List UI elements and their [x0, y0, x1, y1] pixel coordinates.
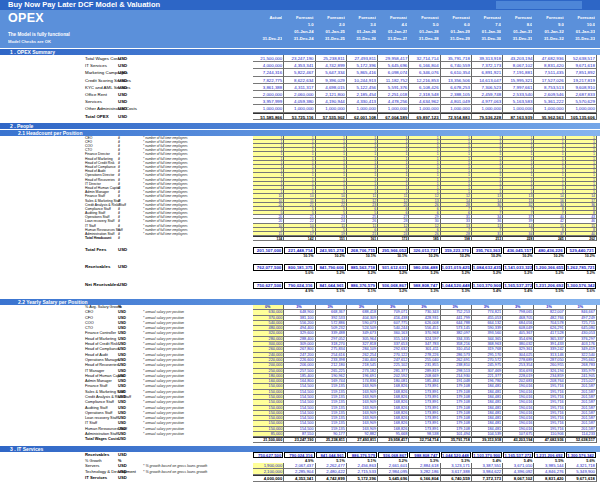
cell[interactable]: 1,000,000: [347, 105, 378, 112]
cell[interactable]: 21,500,000: [253, 55, 284, 62]
cell[interactable]: 1,084,632,435: [472, 264, 502, 271]
cell[interactable]: 4,353,341: [284, 62, 315, 69]
cell[interactable]: 142: [284, 236, 315, 241]
cell[interactable]: 243,951,274: [316, 247, 346, 254]
cell[interactable]: 800,181,375: [284, 264, 314, 271]
cell[interactable]: 980,056,488: [409, 264, 439, 271]
cell[interactable]: 185: [409, 236, 440, 241]
cell[interactable]: 69,897,123: [409, 113, 440, 120]
cell[interactable]: 8,831,420: [534, 475, 565, 481]
cell[interactable]: 5,172,396: [347, 475, 378, 481]
cell[interactable]: 2,459,748: [472, 91, 503, 98]
cell[interactable]: 885,563,718: [347, 264, 377, 271]
cell[interactable]: 1,000,000: [378, 105, 409, 112]
cell[interactable]: 6,108,426: [409, 84, 440, 91]
cell[interactable]: 62,001,108: [347, 113, 378, 120]
cell[interactable]: 1,000,000: [566, 105, 597, 112]
cell[interactable]: 25,238,811: [316, 55, 347, 62]
cell[interactable]: 1,141,033,322: [503, 264, 533, 271]
cell[interactable]: 43,203,194: [503, 437, 534, 443]
cell[interactable]: 2,609,546: [534, 91, 565, 98]
cell[interactable]: 9,608,910: [566, 84, 597, 91]
cell[interactable]: 750,627,500: [253, 282, 283, 289]
cell[interactable]: 12,216,853: [409, 77, 440, 84]
cell[interactable]: 4,634,962: [409, 98, 440, 105]
cell[interactable]: 228: [503, 236, 534, 241]
cell[interactable]: 43,203,194: [503, 55, 534, 62]
cell[interactable]: 4,742,899: [316, 62, 347, 69]
cell[interactable]: 8,831,420: [534, 62, 565, 69]
cell[interactable]: 1,000,000: [534, 105, 565, 112]
cell[interactable]: 67,004,589: [378, 113, 409, 120]
cell[interactable]: 2,533,540: [503, 91, 534, 98]
cell[interactable]: 6,740,559: [441, 475, 472, 481]
cell[interactable]: 6,678,253: [441, 84, 472, 91]
cell[interactable]: 161: [347, 236, 378, 241]
cell[interactable]: 1,000,000: [316, 105, 347, 112]
cell[interactable]: 1,103,370,900: [472, 282, 502, 289]
cell[interactable]: 5,163,583: [503, 98, 534, 105]
cell[interactable]: 151: [316, 236, 347, 241]
cell[interactable]: 4,742,899: [316, 475, 347, 481]
cell[interactable]: 53,725,116: [284, 113, 315, 120]
cell[interactable]: 2,185,454: [347, 91, 378, 98]
cell[interactable]: 13,356,506: [441, 77, 472, 84]
cell[interactable]: 4,353,341: [284, 475, 315, 481]
cell[interactable]: 105,135,606: [566, 113, 597, 120]
cell[interactable]: 529,440,721: [566, 247, 596, 254]
cell[interactable]: 7,244,316: [253, 69, 284, 76]
cell[interactable]: 841,044,961: [316, 282, 346, 289]
cell[interactable]: 134: [253, 236, 284, 241]
cell[interactable]: 4,801,049: [441, 98, 472, 105]
cell[interactable]: 221,448,714: [284, 247, 314, 254]
cell[interactable]: 5,645,696: [378, 475, 409, 481]
cell[interactable]: 245: [534, 236, 565, 241]
cell[interactable]: 173: [378, 236, 409, 241]
cell[interactable]: 2,000,000: [253, 91, 284, 98]
cell[interactable]: 23,247,190: [284, 55, 315, 62]
cell[interactable]: 326,013,737: [409, 247, 439, 254]
cell[interactable]: 2,060,000: [284, 91, 315, 98]
cell[interactable]: 5,645,696: [378, 62, 409, 69]
cell[interactable]: 5,361,222: [534, 98, 565, 105]
cell[interactable]: 1,300,576,342: [566, 282, 596, 289]
cell[interactable]: 52,638,517: [566, 55, 597, 62]
cell[interactable]: 4,311,317: [284, 84, 315, 91]
cell[interactable]: 47,682,936: [534, 55, 565, 62]
cell[interactable]: 35,791,718: [441, 437, 472, 443]
cell[interactable]: 57,535,902: [316, 113, 347, 120]
cell[interactable]: 7,372,173: [472, 62, 503, 69]
cell[interactable]: 4,059,380: [284, 98, 315, 105]
cell[interactable]: 2,121,800: [316, 91, 347, 98]
cell[interactable]: 1,031,019,425: [441, 264, 471, 271]
cell[interactable]: 359,223,370: [441, 247, 471, 254]
cell[interactable]: 5,647,334: [316, 69, 347, 76]
cell[interactable]: 6,891,921: [472, 69, 503, 76]
cell[interactable]: 886,376,579: [347, 282, 377, 289]
cell[interactable]: 4,190,944: [316, 98, 347, 105]
cell[interactable]: 8,753,513: [534, 84, 565, 91]
cell[interactable]: 1,000,000: [284, 105, 315, 112]
cell[interactable]: 5,122,456: [347, 84, 378, 91]
cell[interactable]: 9,671,618: [566, 62, 597, 69]
cell[interactable]: 95,962,563: [534, 113, 565, 120]
cell[interactable]: 4,698,015: [316, 84, 347, 91]
cell[interactable]: 7,822,775: [253, 77, 284, 84]
cell[interactable]: 262: [566, 236, 597, 241]
cell[interactable]: 72,914,883: [441, 113, 472, 120]
cell[interactable]: 7,191,881: [503, 69, 534, 76]
cell[interactable]: 395,763,363: [472, 247, 502, 254]
cell[interactable]: 6,346,076: [409, 69, 440, 76]
cell[interactable]: 1,200,366,655: [534, 264, 564, 271]
cell[interactable]: 10,244,913: [347, 77, 378, 84]
cell[interactable]: 3,861,388: [253, 84, 284, 91]
cell[interactable]: 295,966,052: [378, 247, 408, 254]
cell[interactable]: 1,262,785,721: [566, 264, 596, 271]
cell[interactable]: 1,000,000: [253, 105, 284, 112]
cell[interactable]: 931,612,631: [378, 264, 408, 271]
cell[interactable]: 25,238,811: [316, 437, 347, 443]
cell[interactable]: 14,613,047: [472, 77, 503, 84]
cell[interactable]: 198: [441, 236, 472, 241]
cell[interactable]: 4,977,063: [472, 98, 503, 105]
cell[interactable]: 7,997,661: [503, 84, 534, 91]
